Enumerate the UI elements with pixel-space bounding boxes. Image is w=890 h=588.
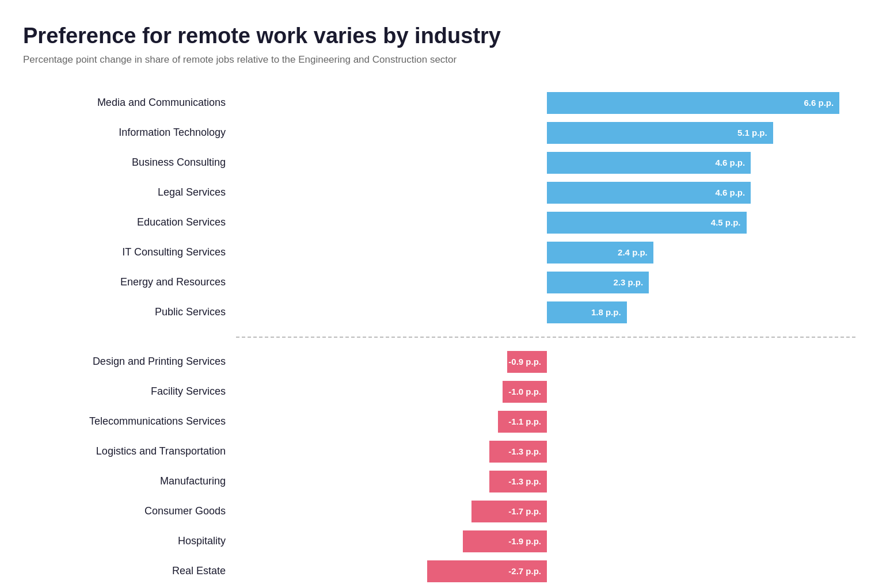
negative-bar: -2.7 p.p.: [427, 560, 547, 582]
bar-label: Real Estate: [23, 565, 236, 577]
positive-bar: 2.3 p.p.: [547, 272, 649, 293]
bar-row-positive: Legal Services 4.6 p.p.: [23, 178, 855, 207]
positive-bar: 2.4 p.p.: [547, 242, 653, 264]
chart-wrapper: Media and Communications 6.6 p.p. Inform…: [23, 89, 855, 586]
bar-area: -1.3 p.p.: [236, 440, 855, 463]
bar-label: Legal Services: [23, 186, 236, 198]
bar-area: -1.3 p.p.: [236, 470, 855, 493]
bar-area: 4.6 p.p.: [236, 181, 855, 204]
bar-area: 4.6 p.p.: [236, 151, 855, 174]
bar-row-negative: Real Estate -2.7 p.p.: [23, 557, 855, 586]
bar-value: -1.9 p.p.: [508, 536, 541, 546]
bar-value: -1.7 p.p.: [508, 506, 541, 516]
bar-area: 4.5 p.p.: [236, 211, 855, 234]
bar-area: -2.7 p.p.: [236, 560, 855, 583]
negative-bars-section: Design and Printing Services -0.9 p.p. F…: [23, 348, 855, 586]
bar-area: -0.9 p.p.: [236, 350, 855, 373]
bar-area: -1.1 p.p.: [236, 410, 855, 433]
bar-row-negative: Logistics and Transportation -1.3 p.p.: [23, 437, 855, 466]
bar-area: 1.8 p.p.: [236, 301, 855, 324]
bar-label: Information Technology: [23, 127, 236, 139]
bar-row-negative: Hospitality -1.9 p.p.: [23, 527, 855, 556]
bar-row-positive: Energy and Resources 2.3 p.p.: [23, 268, 855, 297]
bar-value: -1.1 p.p.: [508, 417, 541, 426]
bar-label: Media and Communications: [23, 97, 236, 109]
bar-label: Hospitality: [23, 535, 236, 547]
negative-bar: -0.9 p.p.: [507, 351, 547, 373]
bar-value: -1.0 p.p.: [508, 387, 541, 396]
bar-label: IT Consulting Services: [23, 246, 236, 258]
bar-area: -1.7 p.p.: [236, 500, 855, 523]
bar-value: -1.3 p.p.: [508, 476, 541, 486]
bar-value: -1.3 p.p.: [508, 446, 541, 456]
negative-bar: -1.7 p.p.: [471, 501, 547, 522]
bar-row-positive: Business Consulting 4.6 p.p.: [23, 148, 855, 177]
bar-value: 4.6 p.p.: [716, 158, 746, 167]
bar-row-negative: Consumer Goods -1.7 p.p.: [23, 497, 855, 526]
bar-area: 5.1 p.p.: [236, 121, 855, 144]
positive-bars-section: Media and Communications 6.6 p.p. Inform…: [23, 89, 855, 327]
bar-value: 5.1 p.p.: [737, 128, 767, 138]
bar-value: 2.3 p.p.: [613, 277, 643, 287]
bar-row-negative: Telecommunications Services -1.1 p.p.: [23, 407, 855, 436]
negative-bar: -1.1 p.p.: [498, 411, 547, 433]
bar-value: 2.4 p.p.: [618, 247, 648, 257]
bar-area: 6.6 p.p.: [236, 91, 855, 114]
positive-bar: 6.6 p.p.: [547, 92, 839, 114]
negative-bar: -1.0 p.p.: [503, 381, 547, 403]
section-divider: [23, 330, 855, 344]
bar-label: Energy and Resources: [23, 276, 236, 288]
bar-value: 4.6 p.p.: [716, 188, 746, 197]
bar-area: -1.9 p.p.: [236, 530, 855, 553]
bar-value: 6.6 p.p.: [804, 98, 834, 108]
bar-label: Logistics and Transportation: [23, 445, 236, 457]
bar-label: Manufacturing: [23, 475, 236, 487]
dashed-line: [236, 337, 855, 338]
bar-label: Design and Printing Services: [23, 356, 236, 368]
bar-row-negative: Facility Services -1.0 p.p.: [23, 377, 855, 406]
positive-bar: 4.6 p.p.: [547, 152, 751, 174]
bar-value: 1.8 p.p.: [591, 307, 621, 317]
bar-label: Facility Services: [23, 385, 236, 398]
positive-bar: 1.8 p.p.: [547, 301, 627, 323]
bar-value: -2.7 p.p.: [508, 566, 541, 576]
bar-row-positive: Media and Communications 6.6 p.p.: [23, 89, 855, 117]
bar-label: Public Services: [23, 306, 236, 318]
bar-value: -0.9 p.p.: [508, 357, 541, 366]
bar-row-positive: Information Technology 5.1 p.p.: [23, 119, 855, 147]
bar-label: Telecommunications Services: [23, 415, 236, 427]
bar-area: -1.0 p.p.: [236, 380, 855, 403]
negative-bar: -1.3 p.p.: [489, 441, 547, 463]
negative-bar: -1.9 p.p.: [463, 530, 547, 552]
bar-row-positive: Public Services 1.8 p.p.: [23, 298, 855, 327]
chart-subtitle: Percentage point change in share of remo…: [23, 54, 855, 66]
positive-bar: 5.1 p.p.: [547, 122, 773, 144]
positive-bar: 4.6 p.p.: [547, 182, 751, 204]
positive-bar: 4.5 p.p.: [547, 212, 747, 234]
bar-area: 2.4 p.p.: [236, 241, 855, 264]
bar-row-negative: Manufacturing -1.3 p.p.: [23, 467, 855, 496]
bar-row-negative: Design and Printing Services -0.9 p.p.: [23, 348, 855, 376]
chart-title: Preference for remote work varies by ind…: [23, 23, 855, 49]
bar-value: 4.5 p.p.: [711, 217, 741, 227]
bar-area: 2.3 p.p.: [236, 271, 855, 294]
negative-bar: -1.3 p.p.: [489, 471, 547, 492]
bar-label: Business Consulting: [23, 156, 236, 169]
bar-row-positive: IT Consulting Services 2.4 p.p.: [23, 238, 855, 267]
bar-label: Education Services: [23, 216, 236, 228]
bar-row-positive: Education Services 4.5 p.p.: [23, 208, 855, 237]
bar-label: Consumer Goods: [23, 505, 236, 517]
